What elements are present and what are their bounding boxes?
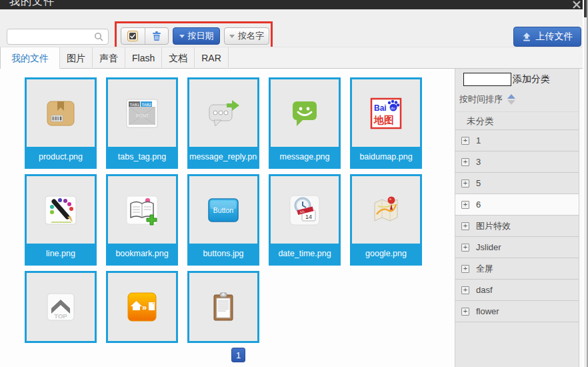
add-category-input[interactable] — [463, 73, 511, 86]
tab-文档[interactable]: 文档 — [162, 47, 195, 69]
svg-text:du: du — [391, 106, 395, 110]
category-row-flower[interactable]: +flower — [455, 301, 579, 322]
file-card[interactable]: » — [106, 271, 178, 343]
file-name: google.png — [352, 244, 420, 264]
search-icon — [94, 32, 103, 44]
file-card[interactable]: Baidu地图baidumap.png — [350, 77, 422, 169]
close-icon[interactable] — [572, 0, 583, 9]
category-label: flower — [476, 306, 499, 316]
svg-text:14: 14 — [305, 214, 312, 220]
file-card[interactable]: Buttonbuttons.jpg — [187, 174, 259, 266]
chevron-down-icon — [179, 35, 185, 38]
svg-text:TAB2: TAB2 — [142, 102, 152, 106]
category-row-dasf[interactable]: +dasf — [455, 280, 579, 301]
file-name: message_reply.png — [189, 147, 257, 167]
category-row-6[interactable]: +6 — [455, 194, 579, 216]
file-card[interactable]: google.png — [350, 174, 422, 266]
file-name: baidumap.png — [352, 147, 420, 167]
category-row-1[interactable]: +1 — [455, 130, 579, 151]
upload-button[interactable]: 上传文件 — [513, 27, 581, 47]
file-name: date_time.png — [271, 244, 339, 264]
expand-icon[interactable]: + — [461, 137, 469, 145]
product-icon — [27, 79, 95, 147]
window-title: 我的文件 — [9, 0, 55, 9]
category-list: +1+3+5+6+图片特效+Jslider+全屏+dasf+flower — [455, 130, 579, 322]
tab-我的文件[interactable]: 我的文件 — [0, 47, 60, 69]
sort-by-name-button[interactable]: 按名字 — [224, 27, 269, 45]
file-grid: product.pngTAB1TAB2FONTtabs_tag.pngmessa… — [0, 69, 440, 348]
expand-icon[interactable]: + — [461, 222, 469, 230]
category-row-Jslider[interactable]: +Jslider — [455, 237, 579, 258]
expand-icon[interactable]: + — [461, 286, 469, 294]
file-card[interactable]: 14JULdate_time.png — [269, 174, 341, 266]
category-label: dasf — [476, 285, 493, 295]
add-category-row: 添加分类 — [455, 69, 579, 86]
tab-RAR[interactable]: RAR — [195, 47, 229, 69]
file-card[interactable]: message_reply.png — [187, 77, 259, 169]
upload-icon — [522, 32, 531, 41]
file-card[interactable]: line.png — [25, 174, 97, 266]
category-row-5[interactable]: +5 — [455, 173, 579, 194]
svg-text:地图: 地图 — [373, 114, 394, 125]
sort-arrows-icon[interactable] — [507, 94, 515, 105]
toolbar: 按日期 按名字 上传文件 — [0, 9, 583, 47]
expand-icon[interactable]: + — [461, 179, 469, 188]
svg-text:»: » — [142, 302, 147, 312]
category-row-图片特效[interactable]: +图片特效 — [455, 216, 579, 237]
expand-icon[interactable]: + — [461, 244, 469, 252]
top-icon: TOP — [27, 273, 95, 341]
bookmark-icon — [108, 176, 176, 244]
tab-声音[interactable]: 声音 — [93, 47, 125, 69]
sort-by-name-label: 按名字 — [238, 30, 264, 42]
baidumap-icon: Baidu地图 — [352, 79, 420, 147]
sort-by-time-control[interactable]: 按时间排序 — [459, 93, 579, 105]
add-category-label: 添加分类 — [513, 73, 550, 85]
file-name: buttons.jpg — [189, 244, 257, 264]
tab-图片[interactable]: 图片 — [60, 47, 93, 69]
file-name: message.png — [271, 147, 339, 167]
category-label: 图片特效 — [476, 220, 511, 232]
home_doc-icon: » — [108, 273, 176, 341]
chevron-down-icon — [229, 35, 235, 38]
tab-Flash[interactable]: Flash — [125, 47, 162, 69]
file-card[interactable]: message.png — [269, 77, 341, 169]
file-card[interactable]: bookmark.png — [106, 174, 178, 266]
category-label: Jslider — [476, 242, 501, 252]
svg-text:Bai: Bai — [374, 103, 387, 113]
file-card[interactable]: TAB1TAB2FONTtabs_tag.png — [106, 77, 178, 169]
file-panel: product.pngTAB1TAB2FONTtabs_tag.pngmessa… — [0, 69, 455, 367]
checkbox-icon — [127, 31, 138, 41]
page-edge — [583, 0, 588, 367]
expand-icon[interactable]: + — [461, 201, 469, 209]
select-all-button[interactable] — [121, 28, 145, 44]
category-label: 1 — [476, 135, 481, 145]
sort-by-date-label: 按日期 — [188, 30, 214, 42]
category-row-3[interactable]: +3 — [455, 151, 579, 173]
page-button[interactable]: 1 — [231, 348, 245, 362]
category-label: 3 — [476, 157, 481, 167]
arrow-up-icon[interactable] — [507, 94, 515, 99]
category-label: 5 — [476, 178, 481, 188]
svg-text:Button: Button — [213, 206, 234, 214]
sort-by-date-button[interactable]: 按日期 — [173, 27, 220, 45]
file-name: line.png — [27, 244, 95, 264]
my-files-dialog: 我的文件 按日期 按名字 上传文件 我的 — [0, 0, 588, 367]
expand-icon[interactable]: + — [461, 308, 469, 316]
file-name: product.png — [27, 147, 95, 167]
file-card[interactable]: TOP — [25, 271, 97, 343]
category-row-全屏[interactable]: +全屏 — [455, 258, 579, 280]
buttons-icon: Button — [189, 176, 257, 244]
message-icon — [271, 79, 339, 147]
clipboard-icon — [189, 273, 257, 341]
delete-button[interactable] — [145, 28, 169, 44]
trash-icon — [152, 31, 161, 41]
uncategorized-row[interactable]: 未分类 — [455, 111, 579, 130]
file-card[interactable] — [187, 271, 259, 343]
expand-icon[interactable]: + — [461, 265, 469, 273]
sort-by-time-label: 按时间排序 — [459, 93, 503, 105]
google-icon — [352, 176, 420, 244]
category-sidebar: 添加分类 按时间排序 未分类 +1+3+5+6+图片特效+Jslider+全屏+… — [455, 69, 579, 367]
arrow-down-icon[interactable] — [507, 100, 515, 105]
file-card[interactable]: product.png — [25, 77, 97, 169]
expand-icon[interactable]: + — [461, 158, 469, 166]
